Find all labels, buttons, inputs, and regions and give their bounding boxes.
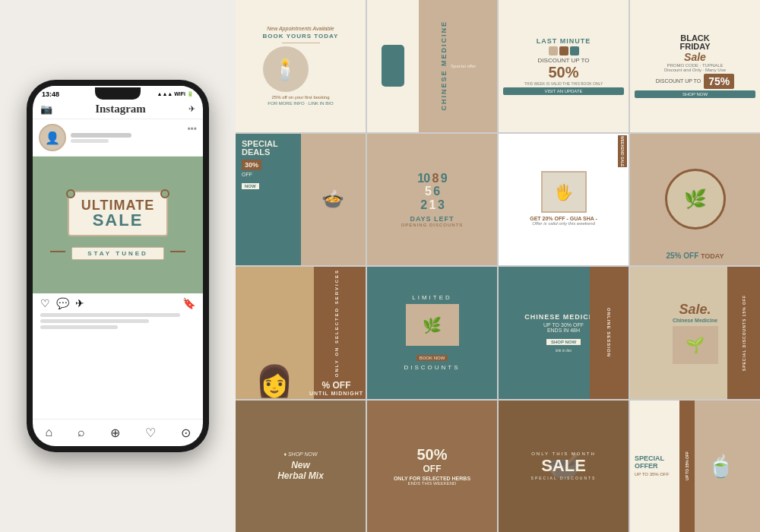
phone-placeholder (382, 45, 404, 87)
camera-icon[interactable]: 📷 (40, 103, 52, 115)
post-image: ULTIMATE SALE STAY TUNED (33, 157, 203, 293)
herb-circle-image: 🌿 (665, 169, 726, 230)
grid-item-25-off-today: 🌿 25% OFF TODAY (630, 134, 760, 266)
post-actions: ♡ 💬 ✈ 🔖 (33, 293, 203, 313)
grid-item-black-friday: BLACKFRIDAY Sale PROMO CODE · TUPNALE Di… (630, 0, 760, 132)
limited-image: 🌿 (406, 304, 459, 346)
food-image-area: 🍲 (301, 134, 366, 266)
avatar[interactable]: 👤 (39, 124, 66, 151)
ends-weekend-label: ENDS THIS WEEKEND (394, 481, 470, 486)
username-sub-bar (71, 139, 109, 143)
grid-item-limited-discounts: LIMITED 🌿 BOOK NOW DISCOUNTS (367, 267, 497, 399)
book-now-btn[interactable]: BOOK NOW (416, 355, 448, 361)
special-offer-text: Special offer (451, 64, 476, 68)
gua-sha-valid: Offer is valid only this weekend (530, 221, 597, 226)
share-icon[interactable]: ✈ (75, 297, 84, 309)
comment-icon[interactable]: 💬 (56, 297, 69, 309)
opening-discounts-label: OPENING DISCOUNTS (401, 223, 464, 227)
time-display: 13:48 (42, 90, 59, 98)
gua-sha-image: 🖐 (541, 171, 587, 213)
only-selected-label: ONLY ON SELECTED SERVICES (334, 269, 339, 377)
grid-item-new-appointments: New Appointments Available BOOK YOURS TO… (236, 0, 366, 132)
sale-big-label: Sale. (679, 302, 711, 318)
phone-mockup: 13:48 ▲▲▲ WiFi 🔋 📷 Instagram ✈ 👤 (27, 80, 209, 452)
grid-item-gua-sha: WEEKEND SALE 🖐 GET 20% OFF - GUA SHA - O… (499, 134, 629, 266)
like-icon[interactable]: ♡ (40, 297, 50, 309)
visit-btn[interactable]: VISIT AN UPDATE (503, 87, 624, 95)
off-label-2: OFF (394, 464, 470, 474)
grid-item-last-minute: LAST MINUTE DISCOUNT UP TO 50% THIS WEEK… (499, 0, 629, 132)
text-bar-2 (40, 319, 149, 323)
limited-label: LIMITED (404, 294, 460, 301)
grid-item-special-offer: 🍵 SPECIALOFFER UP TO 35% OFF UP TO 35% O… (630, 401, 760, 533)
black-friday-label: BLACKFRIDAY (635, 34, 755, 51)
special-deals-label: SPECIALDEALS (242, 140, 301, 157)
last-minute-label: LAST MINUTE (503, 37, 624, 45)
signal-icon: ▲▲▲ (157, 91, 173, 97)
special-discounts-label: SPECIAL DISCOUNTS (531, 476, 597, 480)
discount-up-to: DISCOUNT UP TO (656, 78, 701, 84)
post-text-bars (33, 313, 203, 336)
status-icons: ▲▲▲ WiFi 🔋 (157, 91, 194, 97)
now-tag: NOW (242, 183, 259, 189)
wifi-icon: WiFi (174, 91, 185, 97)
selected-herbs-label: ONLY FOR SELECTED HERBS (394, 476, 470, 481)
sale-big-2: SALE (531, 456, 597, 476)
discounts-label: DISCOUNTS (404, 364, 460, 371)
sale-label: Sale (635, 51, 755, 63)
grid-item-sale-this-month: 🥣 ONLY THIS MONTH SALE SPECIAL DISCOUNTS (499, 401, 629, 533)
phone-notch (95, 87, 141, 100)
text-bar-3 (40, 325, 118, 329)
battery-icon: 🔋 (187, 91, 194, 97)
profile-nav-icon[interactable]: ⊙ (181, 426, 191, 440)
discount-label: DISCOUNT UP TO (503, 57, 624, 64)
sale-card: ULTIMATE SALE (68, 191, 168, 236)
shop-now-btn-2[interactable]: SHOP NOW (546, 339, 581, 345)
save-icon[interactable]: 🔖 (182, 297, 195, 309)
off-label: OFF (242, 172, 301, 177)
grid-item-selected-services: 👩 ONLY ON SELECTED SERVICES % OFF UNTIL … (236, 267, 366, 399)
weekend-sale-tag: WEEKEND SALE (618, 135, 627, 167)
services-text-area: ONLY ON SELECTED SERVICES % OFF UNTIL MI… (307, 267, 366, 399)
instagram-logo: Instagram (95, 103, 146, 116)
text-bar-1 (40, 313, 180, 317)
add-nav-icon[interactable]: ⊕ (110, 426, 120, 440)
more-info-text: FOR MORE INFO · LINK IN BIO (263, 101, 339, 106)
grid-item-new-herbal-mix: ♦ SHOP NOW NewHerbal Mix (236, 401, 366, 533)
sale-text: SALE (81, 212, 154, 229)
home-nav-icon[interactable]: ⌂ (45, 426, 52, 440)
sale-accent-bar: SPECIAL DISCOUNTS 15% OFF (727, 267, 760, 399)
template-grid: New Appointments Available BOOK YOURS TO… (236, 0, 760, 532)
stay-tuned-text: STAY TUNED (87, 250, 148, 257)
messenger-icon[interactable]: ✈ (188, 104, 195, 114)
action-left: ♡ 💬 ✈ (40, 297, 84, 309)
grid-item-special-deals: 🍲 SPECIALDEALS 30% OFF NOW (236, 134, 366, 266)
instagram-header: 📷 Instagram ✈ (33, 100, 203, 119)
new-appt-cursive: New Appointments Available (263, 26, 339, 31)
more-options-icon[interactable]: ••• (187, 124, 197, 151)
story-area: 👤 ••• (33, 119, 203, 157)
ultimate-text: ULTIMATE (81, 198, 154, 212)
shop-now-btn[interactable]: SHOP NOW (635, 90, 755, 98)
fifty-percent-label: 50% (394, 446, 470, 464)
grid-item-sale-chinese-medicine: SPECIAL DISCOUNTS 15% OFF Sale. Chinese … (630, 267, 760, 399)
numbers-countdown: 10 8 9 5 6 2 1 3 (401, 172, 464, 212)
ultimate-sale-banner: ULTIMATE SALE STAY TUNED (33, 157, 203, 293)
herb-image-2: 🌱 (673, 326, 718, 364)
new-herbal-mix-label: NewHerbal Mix (277, 460, 324, 481)
discount-50: 50% (503, 64, 624, 81)
heart-nav-icon[interactable]: ♡ (145, 426, 156, 440)
chinese-med-3-label: Chinese Medicine (673, 318, 717, 323)
chinese-med-accent: ONLINE SESSION (590, 267, 629, 399)
grid-item-chinese-medicine-1: CHINESE MEDICINE Special offer (367, 0, 497, 132)
seventy-five-percent: 75% (704, 74, 734, 89)
search-nav-icon[interactable]: ⌕ (78, 426, 85, 440)
header-icons: ✈ (188, 104, 195, 114)
bottom-nav: ⌂ ⌕ ⊕ ♡ ⊙ (33, 419, 203, 446)
off-pct: % OFF (322, 380, 351, 391)
chinese-med-text-1: CHINESE MEDICINE (440, 21, 448, 111)
visit-update: THIS WEEK IS VALID THE THIS BOOK ONLY (503, 81, 624, 86)
special-offer-label: SPECIALOFFER (635, 455, 684, 470)
thirty-off-badge: 30% (242, 160, 261, 170)
grid-item-chinese-medicine-2: ONLINE SESSION CHINESE MEDICINE UP TO 30… (499, 267, 629, 399)
